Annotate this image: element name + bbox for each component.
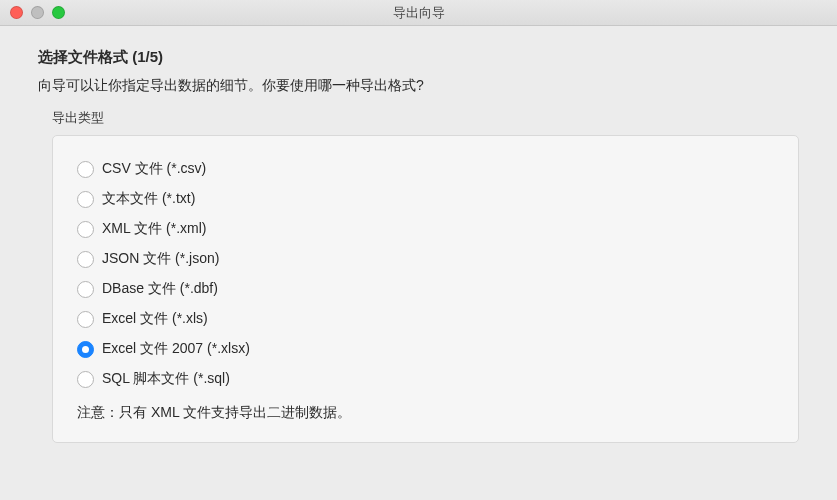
radio-icon	[77, 161, 94, 178]
step-subtitle: 向导可以让你指定导出数据的细节。你要使用哪一种导出格式?	[38, 77, 799, 95]
radio-icon	[77, 341, 94, 358]
step-title: 选择文件格式 (1/5)	[38, 48, 799, 67]
window-minimize-button[interactable]	[31, 6, 44, 19]
window-zoom-button[interactable]	[52, 6, 65, 19]
radio-option-txt[interactable]: 文本文件 (*.txt)	[77, 184, 774, 214]
radio-label: Excel 文件 2007 (*.xlsx)	[102, 340, 250, 358]
radio-label: SQL 脚本文件 (*.sql)	[102, 370, 230, 388]
radio-option-xlsx[interactable]: Excel 文件 2007 (*.xlsx)	[77, 334, 774, 364]
radio-icon	[77, 191, 94, 208]
radio-icon	[77, 251, 94, 268]
radio-label: 文本文件 (*.txt)	[102, 190, 195, 208]
radio-label: DBase 文件 (*.dbf)	[102, 280, 218, 298]
export-note: 注意：只有 XML 文件支持导出二进制数据。	[77, 404, 774, 422]
radio-icon	[77, 281, 94, 298]
window-title: 导出向导	[393, 4, 445, 22]
radio-label: Excel 文件 (*.xls)	[102, 310, 208, 328]
radio-label: XML 文件 (*.xml)	[102, 220, 206, 238]
radio-option-csv[interactable]: CSV 文件 (*.csv)	[77, 154, 774, 184]
export-type-group: CSV 文件 (*.csv) 文本文件 (*.txt) XML 文件 (*.xm…	[52, 135, 799, 443]
window-close-button[interactable]	[10, 6, 23, 19]
wizard-content: 选择文件格式 (1/5) 向导可以让你指定导出数据的细节。你要使用哪一种导出格式…	[0, 26, 837, 443]
radio-option-sql[interactable]: SQL 脚本文件 (*.sql)	[77, 364, 774, 394]
radio-label: JSON 文件 (*.json)	[102, 250, 219, 268]
radio-option-xml[interactable]: XML 文件 (*.xml)	[77, 214, 774, 244]
radio-label: CSV 文件 (*.csv)	[102, 160, 206, 178]
radio-icon	[77, 221, 94, 238]
radio-option-dbf[interactable]: DBase 文件 (*.dbf)	[77, 274, 774, 304]
radio-option-json[interactable]: JSON 文件 (*.json)	[77, 244, 774, 274]
window-titlebar: 导出向导	[0, 0, 837, 26]
export-type-label: 导出类型	[52, 109, 799, 127]
window-controls	[10, 6, 65, 19]
radio-icon	[77, 311, 94, 328]
radio-option-xls[interactable]: Excel 文件 (*.xls)	[77, 304, 774, 334]
radio-icon	[77, 371, 94, 388]
